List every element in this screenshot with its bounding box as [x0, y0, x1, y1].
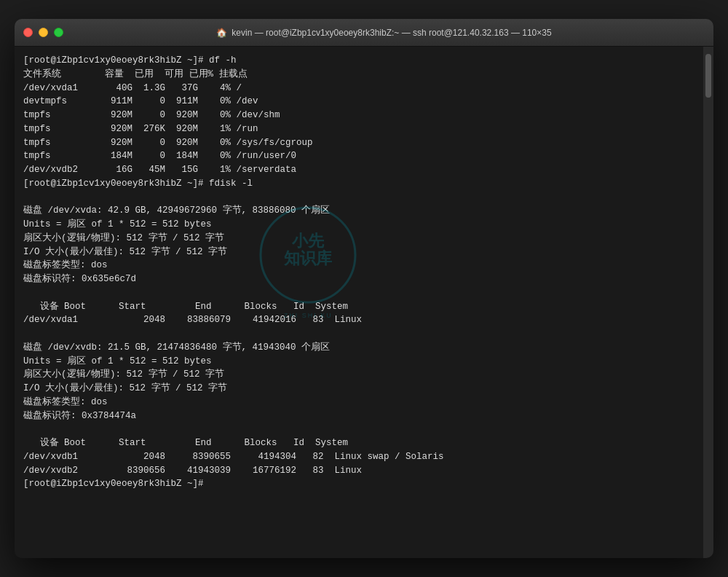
terminal-line: Units = 扇区 of 1 * 512 = 512 bytes [23, 355, 695, 369]
terminal-line: 磁盘 /dev/xvdb: 21.5 GB, 21474836480 字节, 4… [23, 341, 695, 355]
terminal-line: I/O 大小(最小/最佳): 512 字节 / 512 字节 [23, 246, 695, 259]
terminal-line: /dev/xvdb1 2048 8390655 4194304 82 Linux… [23, 450, 695, 464]
terminal-line: 磁盘标识符: 0x3784474a [23, 409, 695, 423]
terminal-line [23, 191, 695, 205]
terminal-line: /dev/xvdb2 16G 45M 15G 1% /serverdata [23, 163, 695, 177]
terminal-line: [root@iZbp1cv1xy0eoey8rk3hibZ ~]# fdisk … [23, 177, 695, 191]
terminal-window: 🏠kevin — root@iZbp1cv1xy0eoey8rk3hibZ:~ … [15, 19, 713, 558]
content-area: [root@iZbp1cv1xy0eoey8rk3hibZ ~]# df -h文… [15, 47, 713, 558]
terminal-line: [root@iZbp1cv1xy0eoey8rk3hibZ ~]# df -h [23, 54, 695, 68]
terminal-line: 磁盘标签类型: dos [23, 259, 695, 272]
terminal-line [23, 423, 695, 436]
terminal-line: 磁盘标签类型: dos [23, 396, 695, 409]
terminal-line [23, 327, 695, 341]
terminal-line: 设备 Boot Start End Blocks Id System [23, 300, 695, 314]
terminal-line: 磁盘 /dev/xvda: 42.9 GB, 42949672960 字节, 8… [23, 204, 695, 218]
scrollbar-track[interactable] [703, 47, 713, 558]
terminal-line: 设备 Boot Start End Blocks Id System [23, 436, 695, 450]
terminal-line: tmpfs 920M 0 920M 0% /dev/shm [23, 109, 695, 122]
terminal-line: 扇区大小(逻辑/物理): 512 字节 / 512 字节 [23, 368, 695, 382]
window-title: 🏠kevin — root@iZbp1cv1xy0eoey8rk3hibZ:~ … [63, 28, 705, 38]
terminal-line: tmpfs 920M 0 920M 0% /sys/fs/cgroup [23, 136, 695, 150]
terminal-line: tmpfs 184M 0 184M 0% /run/user/0 [23, 149, 695, 163]
minimize-button[interactable] [39, 28, 48, 37]
terminal-line: 扇区大小(逻辑/物理): 512 字节 / 512 字节 [23, 232, 695, 246]
terminal-line [23, 286, 695, 300]
terminal-line: /dev/xvda1 40G 1.3G 37G 4% / [23, 82, 695, 95]
titlebar: 🏠kevin — root@iZbp1cv1xy0eoey8rk3hibZ:~ … [15, 19, 713, 47]
close-button[interactable] [23, 28, 33, 37]
terminal-line: devtmpfs 911M 0 911M 0% /dev [23, 95, 695, 109]
terminal-line: [root@iZbp1cv1xy0eoey8rk3hibZ ~]# [23, 477, 695, 491]
terminal-line: Units = 扇区 of 1 * 512 = 512 bytes [23, 218, 695, 232]
terminal-line: 磁盘标识符: 0x635e6c7d [23, 272, 695, 286]
traffic-lights [23, 28, 63, 37]
terminal-line: 文件系统 容量 已用 可用 已用% 挂载点 [23, 68, 695, 82]
terminal-output[interactable]: [root@iZbp1cv1xy0eoey8rk3hibZ ~]# df -h文… [15, 47, 703, 558]
scrollbar-thumb[interactable] [705, 54, 711, 98]
maximize-button[interactable] [54, 28, 63, 37]
terminal-line: I/O 大小(最小/最佳): 512 字节 / 512 字节 [23, 382, 695, 396]
terminal-line: tmpfs 920M 276K 920M 1% /run [23, 122, 695, 136]
terminal-line: /dev/xvdb2 8390656 41943039 16776192 83 … [23, 464, 695, 478]
terminal-line: /dev/xvda1 2048 83886079 41942016 83 Lin… [23, 313, 695, 327]
